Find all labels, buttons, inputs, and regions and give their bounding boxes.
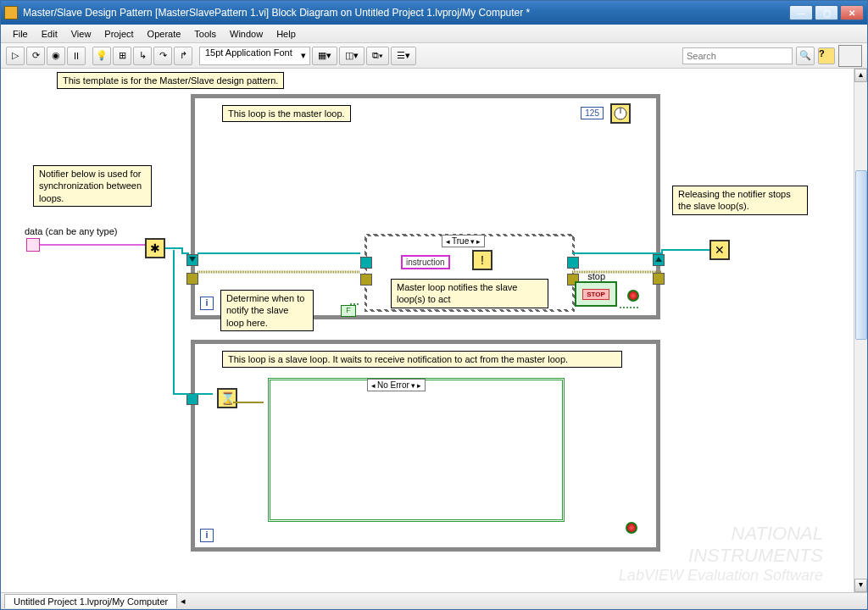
shift-register-right-top[interactable] [653,254,665,266]
titlebar: Master/Slave Design Pattern [MasterSlave… [1,1,867,25]
instruction-label[interactable]: instruction [401,255,450,269]
metronome-icon [612,105,629,122]
retain-wire-button[interactable]: ⊞ [113,47,131,65]
statusbar: Untitled Project 1.lvproj/My Computer ◂ [1,592,867,609]
highlight-execution-button[interactable]: 💡 [92,47,111,65]
case-tunnel-error-in[interactable] [360,274,372,286]
search-box: 🔍 ? [682,45,862,67]
wait-notification-node[interactable]: ⌛ [217,388,237,408]
case-selector-true[interactable]: ◂ True ▾ ▸ [442,235,485,247]
wait-ms-constant[interactable]: 125 [581,107,604,119]
case-next-arrow-icon[interactable]: ▸ [476,237,481,246]
reorder-button[interactable]: ☰▾ [391,47,416,65]
master-case-structure[interactable]: ◂ True ▾ ▸ instruction ! Master loop not… [364,234,575,312]
menu-operate[interactable]: Operate [141,27,188,41]
wait-ms-node[interactable] [610,103,631,124]
false-constant[interactable]: F [341,305,356,317]
distribute-button[interactable]: ◫▾ [339,47,364,65]
menu-tools[interactable]: Tools [187,27,223,41]
search-input[interactable] [682,47,793,64]
menubar: File Edit View Project Operate Tools Win… [1,25,867,43]
case-dropdown-icon-2[interactable]: ▾ [411,381,415,390]
run-button[interactable]: ▷ [6,47,25,65]
palette-icon[interactable] [838,45,862,67]
window-title: Master/Slave Design Pattern [MasterSlave… [23,7,787,19]
font-label: 15pt Application Font [205,47,292,58]
step-into-button[interactable]: ↳ [133,47,152,65]
abort-button[interactable]: ◉ [47,47,65,65]
stop-label: stop [587,271,605,281]
scroll-up-button[interactable]: ▴ [854,69,867,82]
stop-inner-label: STOP [582,289,609,300]
determine-comment[interactable]: Determine when to notify the slave loop … [220,290,314,331]
shift-register-right-bottom[interactable] [653,273,665,285]
status-nav-left-icon[interactable]: ◂ [177,596,189,607]
pause-button[interactable]: II [67,47,86,65]
case-prev-arrow-icon[interactable]: ◂ [446,237,450,246]
resize-button[interactable]: ⧉▾ [366,47,389,65]
status-path-tab[interactable]: Untitled Project 1.lvproj/My Computer [4,594,177,608]
menu-file[interactable]: File [6,27,35,41]
loop-iteration-i-master[interactable]: i [200,297,214,310]
release-comment[interactable]: Releasing the notifier stops the slave l… [672,186,808,215]
toolbar-sep-2 [194,47,198,65]
case-tunnel-notifier-in[interactable] [360,257,372,269]
menu-window[interactable]: Window [223,27,270,41]
scroll-thumb[interactable] [855,170,867,340]
align-button[interactable]: ▦▾ [312,47,337,65]
status-path-text: Untitled Project 1.lvproj/My Computer [14,596,168,607]
font-dropdown[interactable]: 15pt Application Font [199,47,310,65]
watermark-line3: LabVIEW Evaluation Software [619,567,823,585]
help-button[interactable]: ? [818,47,835,64]
stop-terminal[interactable] [627,290,639,302]
run-continuous-button[interactable]: ⟳ [26,47,45,65]
close-button[interactable]: ✕ [840,5,864,20]
step-out-button[interactable]: ↱ [174,47,192,65]
case-label: True [452,236,469,246]
menu-project[interactable]: Project [97,27,140,41]
maximize-button[interactable]: ▢ [815,5,838,20]
send-notification-node[interactable]: ! [472,250,492,270]
slave-while-loop[interactable]: This loop is a slave loop. It waits to r… [191,340,660,552]
shift-register-left-bottom[interactable] [186,273,198,285]
block-diagram-canvas[interactable]: This template is for the Master/Slave de… [1,69,867,592]
toolbar: ▷ ⟳ ◉ II 💡 ⊞ ↳ ↷ ↱ 15pt Application Font… [1,43,867,69]
case-next-arrow-icon-2[interactable]: ▸ [417,381,421,390]
toolbar-sep-1 [87,47,91,65]
menu-view[interactable]: View [64,27,98,41]
release-notifier-node[interactable]: ✕ [709,240,730,260]
master-loop-comment[interactable]: This loop is the master loop. [222,105,351,122]
menu-help[interactable]: Help [270,27,303,41]
data-type-label: data (can be any type) [25,226,117,236]
template-comment[interactable]: This template is for the Master/Slave de… [57,72,284,89]
loop-iteration-i-slave[interactable]: i [200,529,214,542]
shift-register-left-top[interactable] [186,254,198,266]
case-tunnel-notifier-out[interactable] [567,257,579,269]
no-error-case-structure[interactable]: ◂ No Error ▾ ▸ [268,378,565,522]
notifier-comment[interactable]: Notifier below is used for synchronizati… [33,165,152,207]
minimize-button[interactable]: — [789,5,813,20]
vertical-scrollbar[interactable]: ▴ ▾ [854,69,867,592]
app-icon [4,6,18,19]
master-while-loop[interactable]: This loop is the master loop. 125 ◂ True… [191,94,660,319]
case-prev-arrow-icon-2[interactable]: ◂ [371,381,376,390]
slave-stop-terminal[interactable] [626,522,637,534]
search-icon[interactable]: 🔍 [796,47,815,65]
data-constant[interactable] [26,238,40,252]
master-notify-comment[interactable]: Master loop notifies the slave loop(s) t… [391,279,548,308]
menu-edit[interactable]: Edit [35,27,64,41]
case-label-no-error: No Error [377,380,409,390]
case-selector-no-error[interactable]: ◂ No Error ▾ ▸ [367,379,426,391]
slave-tunnel-notifier[interactable] [186,393,198,405]
scroll-down-button[interactable]: ▾ [854,579,867,592]
slave-loop-comment[interactable]: This loop is a slave loop. It waits to r… [222,351,622,368]
obtain-notifier-node[interactable]: ✱ [145,238,165,258]
stop-button-node[interactable]: STOP [575,281,617,307]
case-dropdown-icon[interactable]: ▾ [470,237,475,246]
step-over-button[interactable]: ↷ [153,47,172,65]
